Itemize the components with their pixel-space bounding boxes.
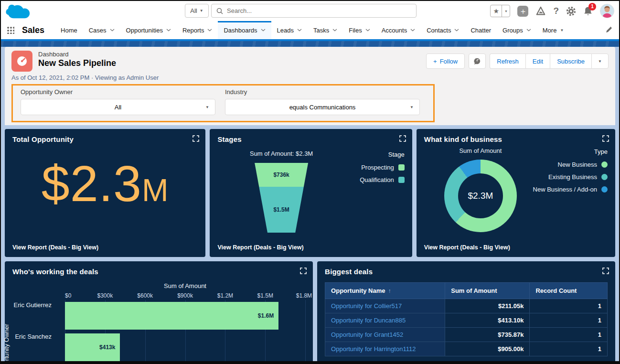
- global-add-icon[interactable]: ＋: [517, 6, 528, 17]
- y-axis-title: Opportunity Owner: [3, 304, 10, 364]
- edit-button[interactable]: Edit: [525, 54, 550, 69]
- dashboard-page: Dashboard New Sales Pipeline + Follow: [1, 47, 619, 364]
- chevron-down-icon: [365, 29, 370, 32]
- bar-eric-sanchez[interactable]: $413k: [65, 333, 120, 361]
- table-row: Opportunity for Collier517 $211.05k 1: [325, 299, 608, 313]
- expand-icon[interactable]: [300, 268, 307, 276]
- tab-accounts[interactable]: Accounts: [376, 21, 421, 39]
- chevron-down-icon: [410, 29, 415, 32]
- widget-stages-funnel: Stages Sum of Amount: $2.3M $736k $1.5M …: [210, 129, 412, 257]
- widget-total-opportunity: Total Opportunity $2.3M View Report (Dea…: [5, 129, 205, 257]
- opportunity-link[interactable]: Opportunity for Grant1452: [331, 331, 403, 338]
- dashboard-actions: + Follow Refresh Edit Subscribe ▼: [426, 51, 609, 72]
- tab-more[interactable]: More▼: [537, 21, 570, 39]
- edit-nav-pencil-icon[interactable]: [605, 26, 612, 35]
- legend-item: Qualification: [329, 176, 405, 183]
- opportunity-link[interactable]: Opportunity for Harrington1112: [331, 345, 416, 353]
- avatar[interactable]: [600, 4, 614, 18]
- bar-chart: $0 $300k $600k $900k $1.2M $1.5M $1.8M: [65, 292, 305, 364]
- widget-row-1: Total Opportunity $2.3M View Report (Dea…: [5, 129, 615, 257]
- chevron-down-icon: [207, 29, 212, 32]
- notification-count-badge: 1: [588, 3, 596, 11]
- view-report-link[interactable]: View Report (Deals - Big View): [217, 244, 303, 251]
- more-actions-button[interactable]: ▼: [591, 54, 609, 69]
- expand-icon[interactable]: [192, 135, 199, 144]
- funnel-chart: $736k $1.5M: [255, 163, 308, 233]
- column-header-sum-of-amount[interactable]: Sum of Amount: [445, 283, 530, 299]
- global-search: All ▼: [185, 4, 417, 18]
- widget-business-type-donut: What kind of business Sum of Amount $2.3…: [417, 129, 615, 257]
- chevron-down-icon: [261, 29, 266, 32]
- tab-contacts[interactable]: Contacts: [421, 21, 465, 39]
- column-header-opportunity-name[interactable]: Opportunity Name↑: [325, 283, 445, 299]
- expand-icon[interactable]: [602, 268, 609, 276]
- chevron-down-icon: [526, 29, 531, 32]
- chevron-down-icon: [297, 29, 302, 32]
- industry-filter-dropdown[interactable]: equals Communications ▼: [225, 99, 420, 115]
- tab-chatter[interactable]: Chatter: [465, 21, 497, 39]
- favorites-dropdown-icon[interactable]: ▼: [502, 5, 510, 17]
- favorites-star-icon[interactable]: ★: [491, 5, 502, 17]
- search-scope-value: All: [190, 7, 197, 14]
- widget-row-2: Who's working the deals Sum of Amount Op…: [5, 261, 615, 364]
- tab-opportunities[interactable]: Opportunities: [120, 21, 177, 39]
- donut-chart[interactable]: $2.3M: [444, 160, 517, 232]
- legend-swatch: [601, 186, 608, 193]
- help-icon[interactable]: ?: [553, 6, 559, 16]
- notification-bell-icon[interactable]: 1: [583, 6, 593, 16]
- chatter-feed-button[interactable]: [469, 54, 486, 69]
- kpi-unit: M: [142, 172, 169, 208]
- favorites-control: ★ ▼: [490, 5, 510, 17]
- widget-title: Who's working the deals: [12, 268, 305, 276]
- subscribe-button[interactable]: Subscribe: [550, 54, 591, 69]
- refresh-button[interactable]: Refresh: [490, 54, 525, 69]
- legend-title: Type: [532, 148, 608, 155]
- expand-icon[interactable]: [399, 135, 406, 144]
- opportunity-link[interactable]: Opportunity for Duncan885: [331, 317, 406, 324]
- tab-groups[interactable]: Groups: [497, 21, 537, 39]
- guidance-center-icon[interactable]: [535, 6, 546, 16]
- chevron-down-icon: ▼: [200, 9, 203, 13]
- tab-files[interactable]: Files: [343, 21, 375, 39]
- setup-gear-icon[interactable]: [566, 6, 576, 16]
- search-icon: [216, 8, 223, 14]
- opportunity-owner-filter-dropdown[interactable]: All ▼: [21, 99, 215, 115]
- expand-icon[interactable]: [602, 135, 609, 144]
- category-label: Eric Gutierrez: [12, 289, 56, 321]
- follow-button[interactable]: + Follow: [426, 54, 465, 69]
- chevron-down-icon: [110, 29, 115, 32]
- count-cell: 1: [530, 313, 608, 328]
- view-report-link[interactable]: View Report (Deals - Big View): [12, 244, 98, 251]
- legend-item: Prospecting: [329, 164, 405, 171]
- app-nav-bar: Sales Home Cases Opportunities Reports D…: [1, 21, 619, 39]
- widget-deals-by-owner-bar: Who's working the deals Sum of Amount Op…: [5, 261, 313, 364]
- dashboard-meta: As of Oct 12, 2021, 2:02 PM · Viewing as…: [11, 74, 609, 81]
- legend-swatch: [398, 177, 405, 183]
- opportunity-link[interactable]: Opportunity for Collier517: [331, 302, 402, 310]
- search-scope-dropdown[interactable]: All ▼: [185, 4, 209, 18]
- funnel-segment-qualification[interactable]: $1.5M: [255, 187, 308, 233]
- donut-legend: Type New Business Existing Business New …: [532, 147, 608, 232]
- tab-tasks[interactable]: Tasks: [308, 21, 343, 39]
- app-launcher-icon[interactable]: [7, 26, 14, 34]
- widget-title: What kind of business: [424, 135, 608, 143]
- tab-dashboards[interactable]: Dashboards: [218, 21, 271, 39]
- tab-leads[interactable]: Leads: [271, 21, 308, 39]
- funnel-legend: Stage Prospecting Qualification: [329, 150, 405, 233]
- tab-reports[interactable]: Reports: [177, 21, 218, 39]
- tab-home[interactable]: Home: [55, 21, 83, 39]
- funnel-segment-prospecting[interactable]: $736k: [255, 163, 308, 187]
- column-header-record-count[interactable]: Record Count: [530, 283, 608, 299]
- category-label: Eric Sanchez: [12, 321, 56, 352]
- tab-cases[interactable]: Cases: [83, 21, 120, 39]
- widget-biggest-deals-table: Biggest deals Opportunity Name↑ Sum of A…: [317, 261, 615, 364]
- chevron-down-icon: ▼: [205, 105, 209, 109]
- search-input[interactable]: [227, 7, 411, 14]
- table-header-row: Opportunity Name↑ Sum of Amount Record C…: [325, 283, 608, 299]
- filter-industry: Industry equals Communications ▼: [225, 88, 420, 115]
- amount-cell: $735.87k: [445, 328, 530, 342]
- view-report-link[interactable]: View Report (Deals - Big View): [424, 244, 510, 251]
- widget-title: Stages: [217, 135, 404, 143]
- bar-eric-gutierrez[interactable]: $1.6M: [65, 302, 278, 330]
- entity-label: Dashboard: [38, 51, 116, 58]
